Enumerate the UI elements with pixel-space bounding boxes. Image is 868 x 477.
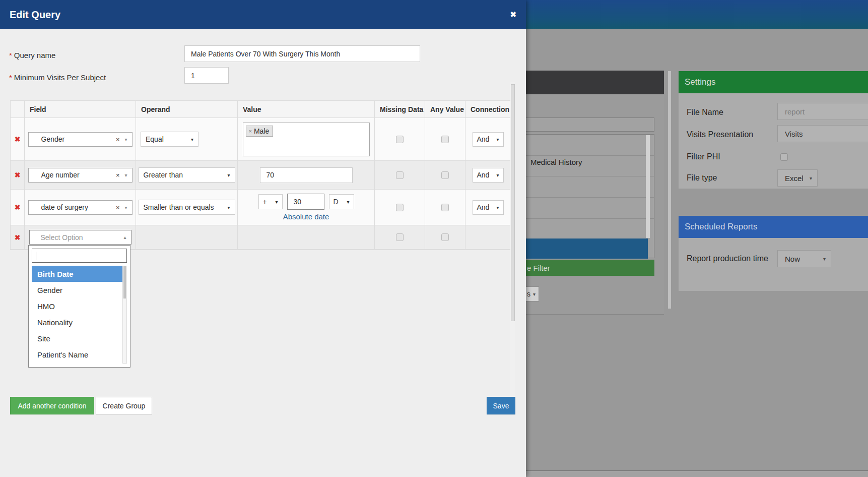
operand-select[interactable]: Equal ▾ xyxy=(141,132,198,147)
visits-presentation-input[interactable]: Visits xyxy=(777,125,868,142)
field-select-value: Gender xyxy=(33,135,116,143)
dropdown-option[interactable]: Nationality xyxy=(32,314,127,330)
background-collapsed-box xyxy=(522,117,654,132)
delete-row-icon[interactable]: ✖ xyxy=(15,203,21,211)
dropdown-option[interactable]: Birth Date xyxy=(32,266,122,282)
operand-select[interactable]: Smaller than or equals ▾ xyxy=(139,200,235,215)
caret-down-icon: ▾ xyxy=(227,205,230,210)
field-select-placeholder: Select Option xyxy=(34,233,124,242)
header-missing-data: Missing Data xyxy=(375,101,425,118)
modal-scrollbar-thumb[interactable] xyxy=(511,84,515,321)
report-time-value: Now xyxy=(785,255,800,263)
report-time-select[interactable]: Now ▾ xyxy=(777,250,831,267)
modal-scrollbar[interactable] xyxy=(510,82,515,411)
conditions-table: Field Operand Value Missing Data Any Val… xyxy=(10,100,511,250)
divider xyxy=(522,218,654,219)
list-item-selected[interactable] xyxy=(522,239,648,259)
background-panel-header xyxy=(526,71,664,94)
operand-value: Smaller than or equals xyxy=(144,203,214,211)
delete-row-icon[interactable]: ✖ xyxy=(15,171,21,179)
value-input[interactable] xyxy=(260,167,353,183)
chip-remove-icon[interactable]: × xyxy=(249,128,252,134)
visits-presentation-value: Visits xyxy=(785,130,803,138)
scheduled-reports-header: Scheduled Reports xyxy=(679,216,868,238)
query-name-input[interactable] xyxy=(184,45,420,62)
min-visits-input[interactable] xyxy=(184,67,229,84)
dropdown-option[interactable]: HMO xyxy=(32,298,127,314)
operand-select[interactable]: Greater than ▾ xyxy=(139,167,235,183)
filter-phi-checkbox[interactable] xyxy=(780,153,788,161)
operand-value: Equal xyxy=(146,135,164,143)
missing-data-checkbox[interactable] xyxy=(396,204,404,211)
date-unit-select[interactable]: D ▾ xyxy=(329,194,354,209)
save-button[interactable]: Save xyxy=(487,397,515,414)
filter-button[interactable]: e Filter xyxy=(522,260,654,276)
file-type-select[interactable]: Excel ▾ xyxy=(777,169,818,187)
file-name-input[interactable]: report xyxy=(777,103,868,120)
header-any-value: Any Value xyxy=(425,101,465,118)
dropdown-option[interactable]: Patient's Name xyxy=(32,346,127,363)
missing-data-checkbox[interactable] xyxy=(396,171,404,179)
field-select[interactable]: date of surgery × ▾ xyxy=(28,200,132,215)
dropdown-option[interactable]: Site xyxy=(32,330,127,346)
clear-icon[interactable]: × xyxy=(116,136,120,143)
required-asterisk: * xyxy=(9,51,12,59)
chip-label: Male xyxy=(254,127,269,135)
divider xyxy=(522,176,654,176)
any-value-checkbox[interactable] xyxy=(441,233,449,241)
condition-row: ✖ date of surgery × ▾ Smaller than or eq… xyxy=(11,190,510,225)
value-multiselect[interactable]: × Male xyxy=(243,123,370,156)
close-icon[interactable]: ✖ xyxy=(510,10,516,19)
dropdown-scrollbar-thumb[interactable] xyxy=(123,266,126,299)
page-scrollbar[interactable] xyxy=(668,71,671,309)
field-select[interactable]: Age number × ▾ xyxy=(28,168,132,183)
delete-row-icon[interactable]: ✖ xyxy=(15,135,21,143)
field-select[interactable]: Gender × ▾ xyxy=(28,132,132,147)
date-sign-select[interactable]: + ▾ xyxy=(258,194,283,209)
clear-icon[interactable]: × xyxy=(116,204,120,211)
connection-select[interactable]: And ▾ xyxy=(473,168,504,183)
file-name-label: File Name xyxy=(687,108,723,117)
delete-row-icon[interactable]: ✖ xyxy=(15,233,21,242)
missing-data-checkbox[interactable] xyxy=(396,136,404,143)
add-condition-button[interactable]: Add another condition xyxy=(10,397,94,414)
list-scrollbar[interactable] xyxy=(646,135,650,238)
caret-down-icon: ▾ xyxy=(275,199,278,205)
divider xyxy=(522,197,654,198)
connection-select[interactable]: And ▾ xyxy=(473,132,504,147)
visits-presentation-label: Visits Presentation xyxy=(687,130,753,139)
dropdown-option[interactable]: Gender xyxy=(32,282,127,298)
any-value-checkbox[interactable] xyxy=(441,136,449,143)
mini-dropdown-label: s xyxy=(527,290,530,298)
any-value-checkbox[interactable] xyxy=(441,171,449,179)
scheduled-reports-panel: Scheduled Reports Report production time… xyxy=(679,216,868,291)
clear-icon[interactable]: × xyxy=(116,171,120,179)
background-field-list: Medical History xyxy=(522,134,654,258)
caret-down-icon: ▾ xyxy=(823,256,826,262)
missing-data-checkbox[interactable] xyxy=(396,233,404,241)
caret-down-icon: ▾ xyxy=(810,175,812,181)
field-select-open[interactable]: Select Option ▴ xyxy=(29,230,131,245)
date-amount-input[interactable] xyxy=(287,194,324,210)
required-asterisk: * xyxy=(9,73,12,82)
page-footer xyxy=(526,471,868,477)
report-time-label: Report production time xyxy=(687,253,770,264)
connection-select[interactable]: And ▾ xyxy=(473,200,504,215)
caret-down-icon: ▾ xyxy=(533,291,536,297)
dropdown-search-input[interactable] xyxy=(32,249,127,263)
modal-title: Edit Query xyxy=(10,9,60,21)
caret-up-icon: ▴ xyxy=(123,234,126,240)
list-item[interactable]: Medical History xyxy=(530,158,582,166)
any-value-checkbox[interactable] xyxy=(441,204,449,211)
create-group-button[interactable]: Create Group xyxy=(96,397,152,414)
absolute-date-link[interactable]: Absolute date xyxy=(283,212,329,221)
settings-panel-header: Settings xyxy=(679,71,868,93)
caret-down-icon: ▾ xyxy=(496,172,499,178)
connection-value: And xyxy=(477,203,490,211)
filter-phi-label: Filter PHI xyxy=(687,152,720,161)
table-header-row: Field Operand Value Missing Data Any Val… xyxy=(11,101,510,118)
dropdown-scrollbar[interactable] xyxy=(122,266,127,364)
dropdown-option-list: Birth Date Gender HMO Nationality Site P… xyxy=(32,266,127,364)
divider xyxy=(522,155,654,156)
caret-down-icon: ▾ xyxy=(347,199,349,205)
